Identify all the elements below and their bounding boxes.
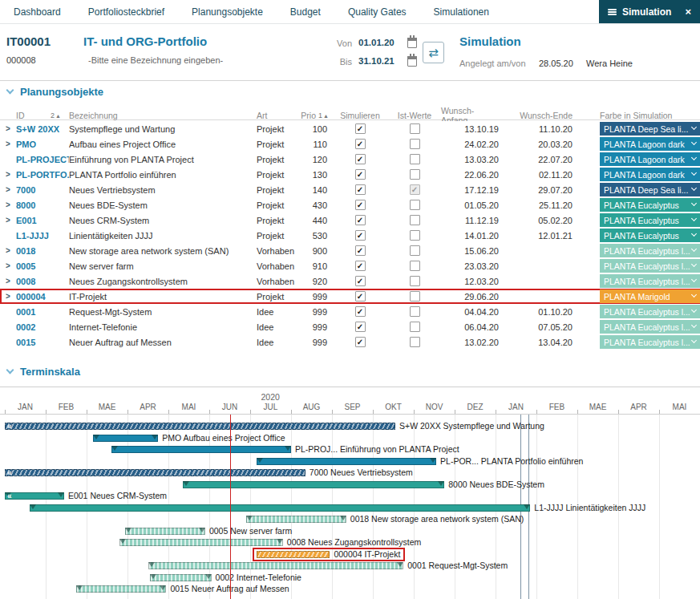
row-id-link[interactable]: E001 (16, 216, 69, 225)
expand-row-icon[interactable]: > (0, 246, 16, 255)
farbe-dropdown[interactable]: PLANTA Deep Sea li... (600, 183, 700, 196)
close-tab-icon[interactable]: × (678, 6, 691, 18)
expand-row-icon[interactable]: > (0, 277, 16, 285)
farbe-dropdown[interactable]: PLANTA Eucalyptus l... (600, 259, 700, 273)
expand-row-icon[interactable]: > (0, 140, 16, 148)
simulieren-checkbox[interactable]: ✓ (355, 291, 366, 302)
ist-werte-checkbox[interactable] (410, 245, 420, 256)
gantt-bar-0015[interactable] (76, 585, 166, 593)
ist-werte-checkbox[interactable] (410, 154, 420, 164)
col-bezeichnung[interactable]: Bezeichnung (69, 111, 257, 120)
ist-werte-checkbox[interactable] (410, 230, 420, 241)
gantt-bar-0018[interactable] (246, 516, 346, 523)
table-row-0008[interactable]: >0008Neues ZugangskontrollsystemVorhaben… (0, 273, 700, 289)
farbe-dropdown[interactable]: PLANTA Eucalyptus l... (600, 274, 700, 288)
gantt-chart[interactable]: 2020JANFEBMAEAPRMAIJUNJULAUGSEPOKTNOVDEZ… (0, 387, 700, 599)
simulieren-checkbox[interactable]: ✓ (355, 276, 366, 286)
table-row-000004[interactable]: >000004IT-ProjektProjekt999✓29.06.20PLAN… (0, 289, 700, 304)
simulieren-checkbox[interactable]: ✓ (355, 139, 366, 149)
active-tab-simulation[interactable]: Simulation × (599, 0, 700, 23)
farbe-dropdown[interactable]: PLANTA Lagoon dark (600, 137, 700, 151)
gantt-bar-0005[interactable] (125, 528, 204, 535)
farbe-dropdown[interactable]: PLANTA Eucalyptus l... (600, 320, 700, 334)
nav-item-portfoliosteckbrief[interactable]: Portfoliosteckbrief (75, 0, 178, 23)
nav-item-simulationen[interactable]: Simulationen (420, 0, 503, 23)
table-row-pl-portfo[interactable]: >PL-PORTFO...PLANTA Portfolio einführenP… (0, 167, 700, 182)
table-row-l1-jjjj[interactable]: L1-JJJJLinientätigkeiten JJJJProjekt530✓… (0, 228, 700, 243)
farbe-dropdown[interactable]: PLANTA Eucalyptus (600, 198, 700, 212)
farbe-dropdown[interactable]: PLANTA Marigold (600, 289, 700, 303)
table-row-0005[interactable]: >0005New server farmVorhaben910✓23.03.20… (0, 258, 700, 273)
expand-row-icon[interactable]: > (0, 216, 16, 225)
row-id-link[interactable]: 0002 (16, 322, 69, 332)
ist-werte-checkbox[interactable] (410, 322, 420, 332)
row-id-link[interactable]: 0005 (16, 261, 69, 271)
simulieren-checkbox[interactable]: ✓ (355, 245, 366, 256)
calendar-icon-von[interactable] (407, 38, 417, 48)
col-ist-werte[interactable]: Ist-Werte (398, 111, 431, 120)
table-row-8000[interactable]: >8000Neues BDE-SystemProjekt430✓01.05.20… (0, 197, 700, 212)
col-art[interactable]: Art (257, 111, 303, 120)
col-prio[interactable]: Prio 1▲ (303, 111, 332, 120)
gantt-bar-0002[interactable] (150, 574, 212, 581)
row-id-link[interactable]: 0008 (16, 277, 69, 286)
expand-row-icon[interactable]: > (0, 185, 16, 194)
table-row-pmo[interactable]: >PMOAufbau eines Project OfficeProjekt11… (0, 136, 700, 152)
von-value[interactable]: 01.01.20 (358, 38, 395, 47)
nav-item-quality-gates[interactable]: Quality Gates (334, 0, 420, 23)
simulieren-checkbox[interactable]: ✓ (355, 306, 366, 317)
farbe-dropdown[interactable]: PLANTA Eucalyptus (600, 229, 700, 242)
portfolio-subtitle[interactable]: -Bitte eine Bezeichnung eingeben- (88, 55, 223, 65)
expand-row-icon[interactable]: > (0, 261, 16, 270)
row-id-link[interactable]: PMO (16, 140, 69, 149)
farbe-dropdown[interactable]: PLANTA Eucalyptus l... (600, 305, 700, 318)
bis-value[interactable]: 31.10.21 (358, 56, 395, 66)
simulieren-checkbox[interactable]: ✓ (355, 200, 366, 210)
ist-werte-checkbox[interactable] (410, 123, 420, 134)
expand-row-icon[interactable]: > (0, 292, 16, 301)
ist-werte-checkbox[interactable] (410, 200, 420, 210)
gantt-bar-pmo[interactable] (93, 435, 159, 442)
gantt-bar-pl-proj[interactable] (111, 446, 291, 453)
ist-werte-checkbox[interactable] (410, 306, 420, 317)
ist-werte-checkbox[interactable]: ✓ (410, 184, 420, 195)
farbe-dropdown[interactable]: PLANTA Lagoon dark (600, 168, 700, 181)
col-id[interactable]: ID 2▲ (16, 111, 69, 120)
simulieren-checkbox[interactable]: ✓ (355, 169, 366, 180)
row-id-link[interactable]: L1-JJJJ (16, 231, 69, 241)
expand-row-icon[interactable]: > (0, 200, 16, 209)
table-row-0001[interactable]: 0001Request-Mgt-SystemIdee999✓04.04.2001… (0, 304, 700, 319)
expand-row-icon[interactable]: > (0, 170, 16, 179)
table-row-7000[interactable]: >7000Neues VertriebsystemProjekt140✓✓17.… (0, 182, 700, 197)
col-simulieren[interactable]: Simulieren (340, 111, 380, 120)
ist-werte-checkbox[interactable] (410, 276, 420, 286)
col-wunsch-ende[interactable]: Wunsch-Ende (520, 111, 579, 120)
table-row-0002[interactable]: 0002Internet-TelefonieIdee999✓06.04.2007… (0, 319, 700, 334)
row-id-link[interactable]: 0015 (16, 338, 69, 347)
farbe-dropdown[interactable]: PLANTA Eucalyptus l... (600, 244, 700, 257)
simulieren-checkbox[interactable]: ✓ (355, 230, 366, 241)
table-row-pl-project[interactable]: PL-PROJECTEinführung von PLANTA ProjectP… (0, 152, 700, 167)
gantt-bar-0001[interactable] (148, 562, 404, 569)
col-farbe[interactable]: Farbe in Simulation (600, 111, 700, 120)
row-id-link[interactable]: PL-PORTFO... (16, 170, 69, 180)
simulieren-checkbox[interactable]: ✓ (355, 184, 366, 195)
gantt-bar-e001[interactable] (5, 492, 64, 500)
gantt-bar-8000[interactable] (183, 481, 444, 488)
ist-werte-checkbox[interactable] (410, 169, 420, 180)
simulieren-checkbox[interactable]: ✓ (355, 154, 366, 164)
simulieren-checkbox[interactable]: ✓ (355, 261, 366, 271)
calendar-icon-bis[interactable] (407, 56, 417, 67)
simulieren-checkbox[interactable]: ✓ (355, 215, 366, 225)
table-row-e001[interactable]: >E001Neues CRM-SystemProjekt440✓11.12.19… (0, 212, 700, 228)
timeline-section-header[interactable]: Terminskala (7, 366, 80, 378)
gantt-bar-s-w[interactable] (5, 423, 395, 430)
ist-werte-checkbox[interactable] (410, 215, 420, 225)
row-id-link[interactable]: 0018 (16, 246, 69, 256)
farbe-dropdown[interactable]: PLANTA Eucalyptus (600, 213, 700, 227)
row-id-link[interactable]: 7000 (16, 185, 69, 195)
ist-werte-checkbox[interactable] (410, 139, 420, 149)
ist-werte-checkbox[interactable] (410, 337, 420, 347)
simulieren-checkbox[interactable]: ✓ (355, 322, 366, 332)
ist-werte-checkbox[interactable] (410, 261, 420, 271)
